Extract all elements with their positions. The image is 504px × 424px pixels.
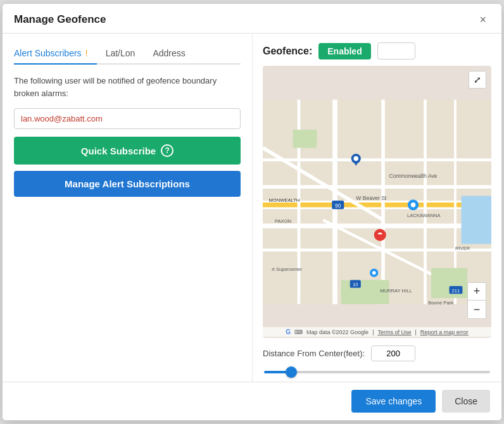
google-logo: G (286, 328, 291, 335)
geofence-label: Geofence: (263, 46, 312, 57)
svg-text:90: 90 (335, 203, 341, 209)
tab-address[interactable]: Address (144, 44, 194, 65)
svg-text:Boone Park: Boone Park (428, 300, 453, 306)
alert-description: The following user will be notified of g… (14, 75, 241, 99)
distance-input[interactable] (371, 346, 415, 361)
distance-label: Distance From Center(feet): (263, 349, 365, 358)
report-link[interactable]: Report a map error (420, 329, 469, 335)
map-attribution: G ⌨ Map data ©2022 Google | Terms of Use… (263, 327, 491, 337)
email-field[interactable] (14, 108, 241, 129)
svg-point-41 (372, 271, 376, 275)
terms-link[interactable]: Terms of Use (377, 329, 411, 335)
modal-title: Manage Geofence (14, 13, 106, 26)
map-container[interactable]: W Beaver St PAXON LACKAWANNA MURRAY HILL… (263, 66, 491, 338)
map-svg: W Beaver St PAXON LACKAWANNA MURRAY HILL… (263, 66, 491, 338)
manage-geofence-modal: Manage Geofence × Alert Subscribers ! La… (2, 3, 502, 421)
modal-close-button[interactable]: × (476, 13, 490, 27)
left-panel: Alert Subscribers ! Lat/Lon Address The … (3, 34, 253, 382)
slider-container (263, 365, 491, 375)
divider2: | (415, 329, 416, 335)
map-zoom-out-button[interactable]: − (468, 301, 486, 318)
close-button[interactable]: Close (442, 390, 490, 413)
manage-alert-subscriptions-button[interactable]: Manage Alert Subscriptions (14, 171, 241, 197)
tab-lat-lon[interactable]: Lat/Lon (97, 44, 144, 65)
tab-alert-subscribers[interactable]: Alert Subscribers ! (14, 44, 97, 65)
svg-text:MURRAY HILL: MURRAY HILL (380, 288, 412, 294)
svg-text:LACKAWANNA: LACKAWANNA (407, 213, 441, 218)
svg-rect-17 (462, 196, 492, 244)
quick-subscribe-button[interactable]: Quick Subscribe ? (14, 137, 241, 165)
keyboard-icon: ⌨ (294, 329, 303, 335)
svg-text:10: 10 (353, 282, 358, 287)
svg-rect-15 (293, 130, 317, 148)
svg-point-39 (411, 203, 416, 208)
tab-bar: Alert Subscribers ! Lat/Lon Address (14, 44, 241, 65)
save-changes-button[interactable]: Save changes (351, 390, 436, 413)
modal-body: Alert Subscribers ! Lat/Lon Address The … (3, 34, 501, 382)
tab-warning-icon: ! (85, 47, 87, 58)
geofence-name-input[interactable] (377, 42, 415, 59)
svg-text:PAXON: PAXON (275, 218, 291, 224)
svg-point-37 (353, 156, 358, 161)
enabled-toggle[interactable]: Enabled (318, 43, 370, 59)
svg-text:Commonwealth Ave: Commonwealth Ave (389, 173, 438, 179)
distance-row: Distance From Center(feet): (263, 346, 491, 361)
geofence-header: Geofence: Enabled (263, 42, 491, 59)
divider: | (372, 329, 374, 335)
svg-text:MONWEALTH: MONWEALTH (269, 197, 300, 203)
help-icon: ? (161, 144, 173, 157)
svg-text:RIVER: RIVER (455, 246, 470, 251)
map-zoom-in-button[interactable]: + (468, 283, 486, 301)
modal-footer: Save changes Close (3, 382, 501, 420)
map-zoom-controls: + − (467, 282, 486, 319)
svg-text:rt Supercenter: rt Supercenter (272, 266, 303, 272)
map-expand-button[interactable]: ⤢ (469, 71, 486, 89)
svg-text:W Beaver St: W Beaver St (356, 195, 387, 201)
right-panel: Geofence: Enabled (253, 34, 501, 382)
svg-text:211: 211 (452, 288, 460, 294)
modal-header: Manage Geofence × (3, 4, 501, 34)
distance-slider[interactable] (264, 371, 490, 373)
